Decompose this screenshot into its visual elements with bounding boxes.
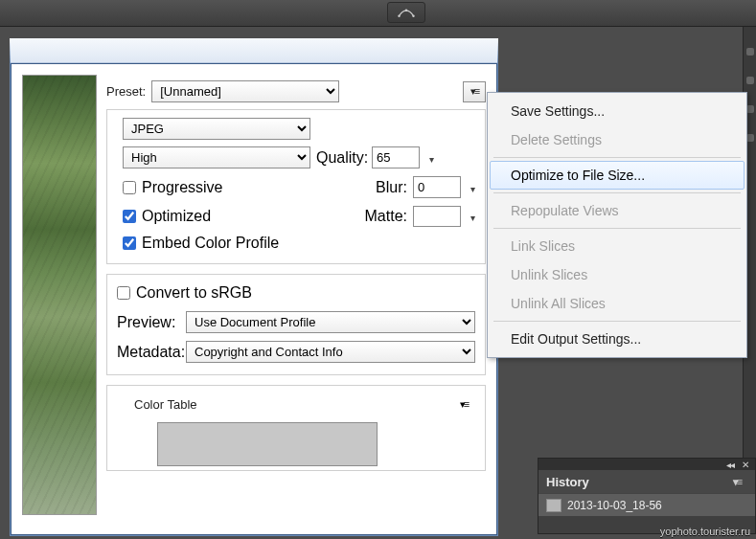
color-table-menu-button[interactable] [452, 393, 475, 415]
menu-save-settings[interactable]: Save Settings... [490, 97, 745, 125]
color-panel: Convert to sRGB Preview: Use Document Pr… [106, 274, 486, 375]
metadata-select[interactable]: Copyright and Contact Info [186, 341, 475, 363]
chevron-down-icon[interactable] [467, 208, 475, 225]
menu-separator [493, 192, 741, 193]
preview-label: Preview: [117, 314, 180, 331]
quality-input[interactable] [372, 146, 420, 168]
menu-link-slices: Link Slices [490, 232, 745, 260]
menu-separator [493, 228, 741, 229]
preset-select[interactable]: [Unnamed] [151, 80, 339, 102]
quality-preset-select[interactable]: High [123, 146, 310, 168]
pen-icon [398, 6, 415, 19]
color-table-panel: Color Table [106, 385, 486, 471]
ribbon-tool-button[interactable] [387, 2, 425, 23]
color-table-label: Color Table [134, 397, 197, 412]
svg-point-1 [412, 15, 414, 17]
preset-label: Preset: [106, 84, 146, 99]
image-preview[interactable] [22, 75, 97, 515]
document-icon [546, 499, 561, 512]
history-panel: History 2013-10-03_18-56 [538, 458, 756, 534]
menu-optimize-to-file-size[interactable]: Optimize to File Size... [490, 161, 745, 190]
close-icon[interactable] [742, 460, 749, 470]
save-for-web-dialog: Preset: [Unnamed] JPEG High Quality: [10, 38, 498, 536]
metadata-label: Metadata: [117, 344, 180, 361]
optimized-checkbox[interactable] [123, 210, 136, 223]
history-title: History [546, 475, 589, 489]
format-select[interactable]: JPEG [123, 118, 310, 140]
convert-srgb-checkbox[interactable] [117, 286, 130, 300]
quality-label: Quality: [316, 149, 366, 167]
preset-flyout-menu: Save Settings... Delete Settings Optimiz… [487, 92, 747, 358]
chevron-down-icon[interactable] [425, 149, 434, 167]
color-table-swatch[interactable] [157, 422, 378, 466]
history-item-label: 2013-10-03_18-56 [567, 499, 662, 512]
optimized-label: Optimized [142, 208, 211, 225]
progressive-label: Progressive [142, 179, 222, 196]
menu-icon [470, 86, 478, 97]
dialog-titlebar[interactable] [11, 38, 497, 63]
embed-color-profile-checkbox[interactable] [123, 236, 136, 250]
embed-color-profile-label: Embed Color Profile [142, 235, 279, 252]
menu-separator [493, 321, 741, 322]
svg-point-0 [398, 15, 400, 17]
menu-unlink-all-slices: Unlink All Slices [490, 289, 745, 318]
progressive-checkbox[interactable] [123, 181, 136, 194]
menu-repopulate-views: Repopulate Views [490, 196, 745, 225]
menu-edit-output-settings[interactable]: Edit Output Settings... [490, 325, 745, 353]
svg-point-2 [405, 10, 407, 11]
collapse-icon[interactable] [726, 460, 734, 470]
menu-delete-settings: Delete Settings [490, 125, 745, 154]
watermark: yophoto.tourister.ru [660, 526, 750, 537]
blur-label: Blur: [357, 179, 407, 196]
history-menu-button[interactable] [726, 473, 747, 490]
chevron-down-icon[interactable] [467, 179, 475, 196]
convert-srgb-label: Convert to sRGB [136, 284, 252, 302]
menu-separator [493, 157, 741, 158]
matte-color-picker[interactable] [413, 206, 461, 227]
preview-select[interactable]: Use Document Profile [186, 311, 475, 333]
menu-unlink-slices: Unlink Slices [490, 260, 745, 289]
preset-menu-button[interactable] [463, 81, 486, 102]
blur-input[interactable] [413, 176, 461, 198]
app-ribbon [0, 0, 756, 27]
matte-label: Matte: [357, 208, 407, 225]
menu-icon [460, 399, 468, 410]
history-item[interactable]: 2013-10-03_18-56 [538, 493, 755, 516]
format-panel: JPEG High Quality: Progressive Blur: [106, 109, 486, 264]
